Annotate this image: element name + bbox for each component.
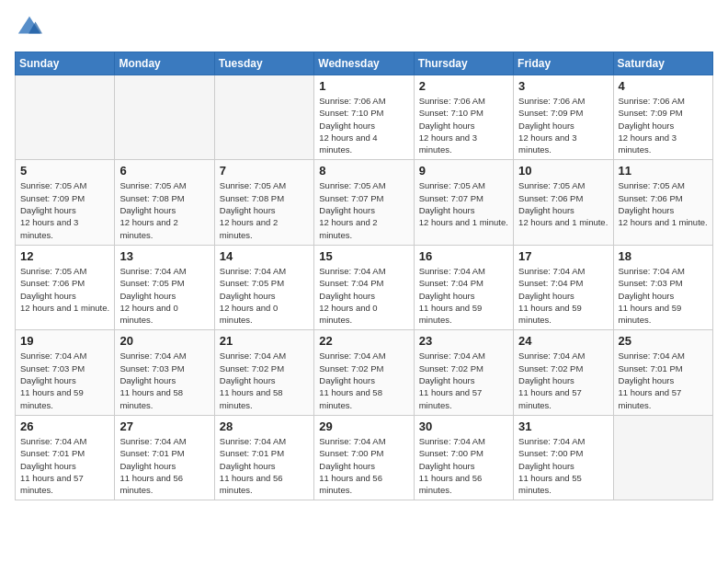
- calendar-header-row: SundayMondayTuesdayWednesdayThursdayFrid…: [16, 52, 713, 75]
- calendar-day-cell: 23Sunrise: 7:04 AMSunset: 7:02 PMDayligh…: [414, 330, 513, 415]
- day-number: 30: [419, 419, 508, 433]
- calendar-day-cell: 16Sunrise: 7:04 AMSunset: 7:04 PMDayligh…: [414, 245, 513, 329]
- calendar-day-cell: 14Sunrise: 7:04 AMSunset: 7:05 PMDayligh…: [214, 245, 313, 329]
- day-number: 20: [119, 334, 209, 348]
- day-number: 8: [319, 164, 408, 178]
- day-number: 6: [119, 164, 209, 178]
- calendar-day-cell: 17Sunrise: 7:04 AMSunset: 7:04 PMDayligh…: [514, 245, 613, 329]
- calendar-day-cell: 8Sunrise: 7:05 AMSunset: 7:07 PMDaylight…: [314, 160, 414, 245]
- day-number: 27: [119, 419, 209, 433]
- calendar-day-cell: 20Sunrise: 7:04 AMSunset: 7:03 PMDayligh…: [115, 330, 214, 415]
- calendar-day-cell: 13Sunrise: 7:04 AMSunset: 7:05 PMDayligh…: [115, 245, 214, 329]
- day-number: 4: [619, 79, 708, 93]
- day-number: 24: [518, 334, 608, 348]
- day-number: 2: [419, 79, 508, 93]
- day-number: 11: [619, 164, 708, 178]
- day-info: Sunrise: 7:05 AMSunset: 7:07 PMDaylight …: [319, 179, 408, 240]
- day-info: Sunrise: 7:04 AMSunset: 7:01 PMDaylight …: [119, 435, 209, 496]
- day-number: 17: [518, 249, 608, 263]
- calendar-week-row: 26Sunrise: 7:04 AMSunset: 7:01 PMDayligh…: [16, 415, 713, 500]
- day-info: Sunrise: 7:04 AMSunset: 7:01 PMDaylight …: [220, 435, 309, 496]
- day-number: 26: [20, 419, 109, 433]
- calendar-week-row: 19Sunrise: 7:04 AMSunset: 7:03 PMDayligh…: [16, 330, 713, 415]
- day-number: 25: [619, 334, 708, 348]
- weekday-header-saturday: Saturday: [613, 52, 712, 75]
- day-info: Sunrise: 7:06 AMSunset: 7:10 PMDaylight …: [319, 95, 408, 155]
- day-number: 22: [319, 334, 408, 348]
- weekday-header-thursday: Thursday: [414, 52, 513, 75]
- day-number: 1: [319, 79, 408, 93]
- calendar-day-cell: 19Sunrise: 7:04 AMSunset: 7:03 PMDayligh…: [16, 330, 115, 415]
- calendar-week-row: 12Sunrise: 7:05 AMSunset: 7:06 PMDayligh…: [16, 245, 713, 329]
- calendar-day-cell: 11Sunrise: 7:05 AMSunset: 7:06 PMDayligh…: [613, 160, 712, 245]
- day-info: Sunrise: 7:05 AMSunset: 7:07 PMDaylight …: [419, 179, 508, 228]
- calendar-day-cell: [214, 75, 313, 160]
- day-number: 14: [220, 249, 309, 263]
- day-number: 29: [319, 419, 408, 433]
- day-info: Sunrise: 7:04 AMSunset: 7:04 PMDaylight …: [518, 265, 608, 326]
- calendar-day-cell: [613, 415, 712, 500]
- day-number: 23: [419, 334, 508, 348]
- calendar-day-cell: 26Sunrise: 7:04 AMSunset: 7:01 PMDayligh…: [16, 415, 115, 500]
- day-number: 28: [220, 419, 309, 433]
- day-info: Sunrise: 7:06 AMSunset: 7:10 PMDaylight …: [419, 95, 508, 155]
- calendar-day-cell: 31Sunrise: 7:04 AMSunset: 7:00 PMDayligh…: [514, 415, 613, 500]
- weekday-header-sunday: Sunday: [16, 52, 115, 75]
- day-number: 18: [619, 249, 708, 263]
- calendar-week-row: 5Sunrise: 7:05 AMSunset: 7:09 PMDaylight…: [16, 160, 713, 245]
- day-info: Sunrise: 7:06 AMSunset: 7:09 PMDaylight …: [619, 95, 708, 155]
- calendar-day-cell: 4Sunrise: 7:06 AMSunset: 7:09 PMDaylight…: [613, 75, 712, 160]
- calendar-day-cell: 27Sunrise: 7:04 AMSunset: 7:01 PMDayligh…: [115, 415, 214, 500]
- day-number: 5: [20, 164, 109, 178]
- day-number: 3: [518, 79, 608, 93]
- day-info: Sunrise: 7:04 AMSunset: 7:02 PMDaylight …: [518, 350, 608, 410]
- logo-icon: [17, 15, 42, 40]
- calendar-day-cell: 29Sunrise: 7:04 AMSunset: 7:00 PMDayligh…: [314, 415, 414, 500]
- day-number: 19: [20, 334, 109, 348]
- calendar-day-cell: 12Sunrise: 7:05 AMSunset: 7:06 PMDayligh…: [16, 245, 115, 329]
- day-info: Sunrise: 7:05 AMSunset: 7:08 PMDaylight …: [220, 179, 309, 240]
- day-number: 21: [220, 334, 309, 348]
- day-info: Sunrise: 7:04 AMSunset: 7:01 PMDaylight …: [619, 350, 708, 410]
- weekday-header-tuesday: Tuesday: [214, 52, 313, 75]
- day-info: Sunrise: 7:06 AMSunset: 7:09 PMDaylight …: [518, 95, 608, 155]
- day-number: 16: [419, 249, 508, 263]
- calendar-day-cell: 25Sunrise: 7:04 AMSunset: 7:01 PMDayligh…: [613, 330, 712, 415]
- day-number: 9: [419, 164, 508, 178]
- day-info: Sunrise: 7:04 AMSunset: 7:05 PMDaylight …: [119, 265, 209, 326]
- calendar-day-cell: 21Sunrise: 7:04 AMSunset: 7:02 PMDayligh…: [214, 330, 313, 415]
- day-info: Sunrise: 7:04 AMSunset: 7:04 PMDaylight …: [319, 265, 408, 326]
- calendar-day-cell: [115, 75, 214, 160]
- day-info: Sunrise: 7:05 AMSunset: 7:06 PMDaylight …: [20, 265, 109, 314]
- day-number: 7: [220, 164, 309, 178]
- calendar-day-cell: 7Sunrise: 7:05 AMSunset: 7:08 PMDaylight…: [214, 160, 313, 245]
- day-number: 12: [20, 249, 109, 263]
- calendar-table: SundayMondayTuesdayWednesdayThursdayFrid…: [15, 52, 713, 500]
- day-info: Sunrise: 7:04 AMSunset: 7:03 PMDaylight …: [20, 350, 109, 410]
- logo: [15, 15, 46, 44]
- day-info: Sunrise: 7:04 AMSunset: 7:04 PMDaylight …: [419, 265, 508, 326]
- day-number: 10: [518, 164, 608, 178]
- calendar-day-cell: 9Sunrise: 7:05 AMSunset: 7:07 PMDaylight…: [414, 160, 513, 245]
- calendar-week-row: 1Sunrise: 7:06 AMSunset: 7:10 PMDaylight…: [16, 75, 713, 160]
- calendar-day-cell: 6Sunrise: 7:05 AMSunset: 7:08 PMDaylight…: [115, 160, 214, 245]
- weekday-header-monday: Monday: [115, 52, 214, 75]
- day-info: Sunrise: 7:04 AMSunset: 7:05 PMDaylight …: [220, 265, 309, 326]
- calendar-day-cell: 30Sunrise: 7:04 AMSunset: 7:00 PMDayligh…: [414, 415, 513, 500]
- calendar-day-cell: 10Sunrise: 7:05 AMSunset: 7:06 PMDayligh…: [514, 160, 613, 245]
- calendar-day-cell: 5Sunrise: 7:05 AMSunset: 7:09 PMDaylight…: [16, 160, 115, 245]
- day-number: 13: [119, 249, 209, 263]
- day-info: Sunrise: 7:05 AMSunset: 7:08 PMDaylight …: [119, 179, 209, 240]
- day-info: Sunrise: 7:04 AMSunset: 7:02 PMDaylight …: [319, 350, 408, 410]
- day-info: Sunrise: 7:04 AMSunset: 7:00 PMDaylight …: [319, 435, 408, 496]
- calendar-day-cell: 2Sunrise: 7:06 AMSunset: 7:10 PMDaylight…: [414, 75, 513, 160]
- day-info: Sunrise: 7:04 AMSunset: 7:03 PMDaylight …: [619, 265, 708, 326]
- day-info: Sunrise: 7:04 AMSunset: 7:03 PMDaylight …: [119, 350, 209, 410]
- calendar-day-cell: [16, 75, 115, 160]
- calendar-day-cell: 18Sunrise: 7:04 AMSunset: 7:03 PMDayligh…: [613, 245, 712, 329]
- day-number: 31: [518, 419, 608, 433]
- calendar-day-cell: 24Sunrise: 7:04 AMSunset: 7:02 PMDayligh…: [514, 330, 613, 415]
- day-info: Sunrise: 7:04 AMSunset: 7:00 PMDaylight …: [419, 435, 508, 496]
- day-number: 15: [319, 249, 408, 263]
- weekday-header-wednesday: Wednesday: [314, 52, 414, 75]
